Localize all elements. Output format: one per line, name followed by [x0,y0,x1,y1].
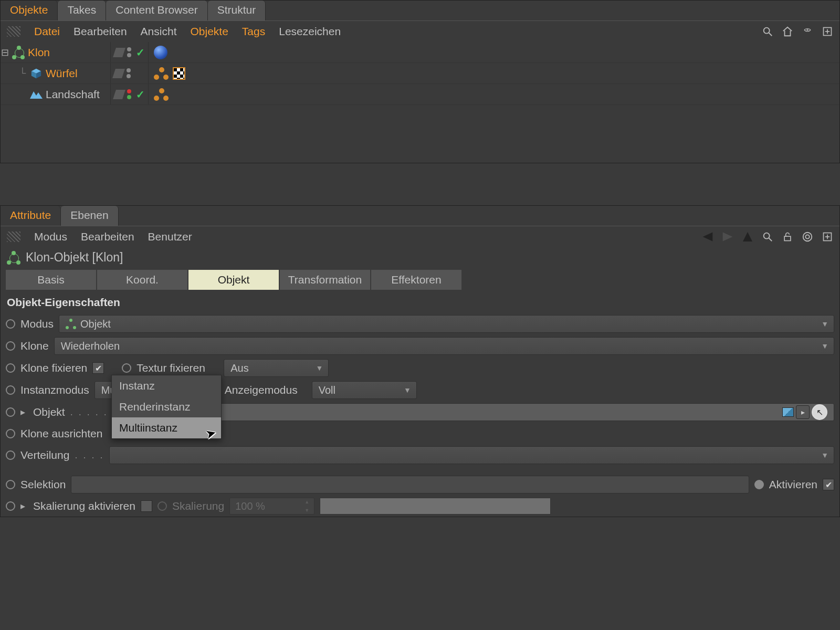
picker-button[interactable]: ↖ [812,404,827,420]
section-title: Objekt-Eigenschaften [1,290,839,313]
expander-icon[interactable]: ⊟ [1,47,9,58]
keyframe-dot[interactable] [6,407,15,417]
visibility-dots[interactable] [127,47,132,57]
visibility-dots[interactable] [127,89,132,99]
checkbox-klone-fixieren[interactable]: ✔ [92,362,104,374]
mograph-tag-icon[interactable] [154,88,169,101]
disclose-icon[interactable]: ▸ [20,406,28,418]
menu-benutzer[interactable]: Benutzer [148,230,192,243]
label-klone-ausrichten: Klone ausrichten [20,427,102,440]
field-modus[interactable]: Objekt ▼ [59,315,834,333]
label-klone: Klone [20,340,49,352]
field-klone-value: Wiederholen [61,340,120,352]
tab-objekte[interactable]: Objekte [1,1,58,20]
label-skalierung-aktivieren: Skalierung aktivieren [33,500,135,512]
search-icon[interactable] [762,26,773,37]
menu-ansicht[interactable]: Ansicht [141,25,177,38]
svg-point-16 [803,233,812,242]
layer-color[interactable] [113,48,125,57]
field-textur-fixieren[interactable]: Aus ▼ [224,359,329,377]
menu-tags[interactable]: Tags [242,25,265,38]
dropdown-option-renderinstanz[interactable]: Renderinstanz [112,396,221,417]
link-expand-button[interactable]: ▸ [796,405,810,419]
new-tab-icon[interactable] [822,231,833,243]
menu-datei[interactable]: Datei [34,25,60,38]
lock-icon[interactable] [782,231,793,243]
svg-point-2 [807,29,808,30]
keyframe-dot[interactable] [6,450,15,460]
layer-color[interactable] [113,90,125,99]
label-anzeigemodus: Anzeigemodus [225,384,307,396]
field-anzeigemodus[interactable]: Voll ▼ [312,381,417,399]
ptab-koord[interactable]: Koord. [97,270,187,290]
home-icon[interactable] [782,26,793,37]
layer-color[interactable] [112,69,125,78]
svg-line-1 [769,33,772,36]
target-icon[interactable] [802,231,813,243]
tab-struktur[interactable]: Struktur [208,1,266,20]
visibility-dots[interactable] [127,68,132,78]
cloner-mini-icon [66,319,76,329]
keyframe-dot[interactable] [6,341,15,351]
dropdown-option-multiinstanz[interactable]: Multiinstanz [112,417,221,438]
keyframe-dot[interactable] [6,480,15,489]
field-skalierung-value: 100 % [235,500,265,512]
ptab-effektoren[interactable]: Effektoren [371,270,461,290]
menu-bearbeiten[interactable]: Bearbeiten [81,230,134,243]
checkbox-skalierung-aktivieren[interactable] [141,500,152,512]
tab-ebenen[interactable]: Ebenen [61,206,118,226]
menu-modus[interactable]: Modus [34,230,67,243]
instanzmodus-dropdown[interactable]: Instanz Renderinstanz Multiinstanz [111,375,222,439]
keyframe-dot[interactable] [754,480,764,489]
uv-tag-icon[interactable] [173,67,185,80]
label-instanzmodus: Instanzmodus [20,384,89,396]
menu-objekte[interactable]: Objekte [190,25,228,38]
cube-icon [30,67,43,80]
keyframe-dot[interactable] [122,363,131,373]
field-klone[interactable]: Wiederholen ▼ [54,337,834,355]
dropdown-option-instanz[interactable]: Instanz [112,375,221,396]
tree-label[interactable]: Landschaft [46,88,100,101]
keyframe-dot[interactable] [6,429,15,438]
keyframe-dot[interactable] [6,385,15,395]
tree-row-wuerfel[interactable]: └ Würfel [1,63,839,84]
attribute-manager-menubar: Modus Bearbeiten Benutzer [1,226,839,247]
material-tag-icon[interactable] [154,46,167,59]
label-objekt-link: Objekt [33,406,65,418]
undock-icon[interactable] [822,26,833,37]
label-textur-fixieren: Textur fixieren [136,362,218,374]
keyframe-dot[interactable] [6,319,15,329]
field-modus-value: Objekt [80,318,111,330]
enable-check-icon[interactable]: ✓ [136,46,145,59]
field-verteilung[interactable]: ▼ [109,446,834,464]
dotted-fill: . . . . . [70,407,108,418]
tree-label[interactable]: Würfel [46,67,78,80]
ptab-objekt[interactable]: Objekt [188,270,279,290]
tab-content-browser[interactable]: Content Browser [106,1,207,20]
eye-icon[interactable] [802,26,813,37]
keyframe-dot[interactable] [6,363,15,373]
manager-icon [7,26,20,37]
tab-takes[interactable]: Takes [58,1,106,20]
field-selektion[interactable] [71,476,749,494]
manager-icon [7,232,20,242]
chevron-down-icon: ▼ [821,320,828,328]
ptab-transformation[interactable]: Transformation [280,270,370,290]
menu-bearbeiten[interactable]: Bearbeiten [74,25,127,38]
menu-lesezeichen[interactable]: Lesezeichen [279,25,341,38]
label-verteilung: Verteilung [20,449,69,461]
enable-check-icon[interactable]: ✓ [136,88,145,101]
field-anzeigemodus-value: Voll [319,384,335,396]
tree-row-landschaft[interactable]: Landschaft ✓ [1,84,839,105]
tree-row-klon[interactable]: ⊟ Klon ✓ [1,42,839,63]
mograph-tag-icon[interactable] [154,67,169,80]
nav-back-icon[interactable] [702,231,713,243]
tree-label[interactable]: Klon [28,46,50,59]
disclose-icon[interactable]: ▸ [20,500,28,512]
ptab-basis[interactable]: Basis [6,270,96,290]
nav-up-icon[interactable] [742,231,753,243]
tab-attribute[interactable]: Attribute [1,206,61,226]
search-icon[interactable] [762,231,773,243]
keyframe-dot[interactable] [6,501,15,511]
checkbox-aktivieren[interactable]: ✔ [823,479,834,490]
